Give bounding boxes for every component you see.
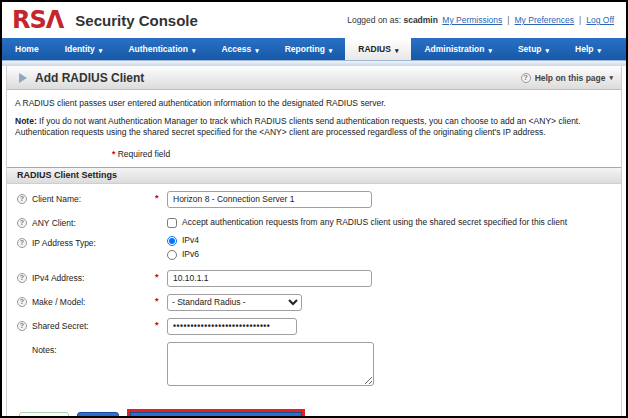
make-model-select[interactable]: - Standard Radius - [167,294,302,311]
chevron-down-icon: ▾ [99,47,103,54]
notes-label: Notes: [32,345,57,355]
action-buttons: Cancel Save Save & Create Associated RSA… [7,395,621,418]
link-separator: | [507,15,509,25]
ipv4-radio-label: IPv4 [182,235,199,245]
field-help-icon[interactable]: ? [17,218,27,228]
required-asterisk: * [155,270,167,282]
help-on-this-page-link[interactable]: ? Help on this page ▾ [521,73,613,83]
cancel-button[interactable]: Cancel [19,412,69,418]
session-info: Logged on as: scadmin My Permissions|My … [347,15,616,25]
field-help-icon[interactable]: ? [17,297,27,307]
my-permissions-link[interactable]: My Permissions [442,15,502,25]
form-row-ipv4-address: ?IPv4 Address: * [17,270,613,287]
form-row-client-name: ?Client Name: * [17,191,613,208]
chevron-down-icon: ▾ [598,47,602,54]
any-client-label: ANY Client: [32,218,76,228]
nav-item-reporting[interactable]: Reporting▾ [272,38,346,60]
chevron-down-icon: ▾ [192,47,196,54]
client-name-label: Client Name: [32,194,81,204]
nav-item-identity[interactable]: Identity▾ [52,38,116,60]
help-question-icon: ? [521,73,531,83]
logged-on-label: Logged on as: [347,15,401,25]
nav-item-setup[interactable]: Setup▾ [505,38,562,60]
form-row-make-model: ?Make / Model: * - Standard Radius - [17,294,613,311]
form-row-any-client: ?ANY Client: Accept authentication reque… [17,215,613,228]
link-separator: | [579,15,581,25]
note-label: Note: [15,116,37,126]
field-help-icon[interactable]: ? [17,194,27,204]
client-name-input[interactable] [167,191,372,208]
ipv6-radio[interactable] [167,250,177,260]
required-asterisk: * [155,191,167,203]
product-title: Security Console [75,12,198,29]
field-help-icon[interactable]: ? [17,321,27,331]
required-asterisk: * [112,149,115,159]
chevron-down-icon: ▾ [395,47,399,54]
nav-item-authentication[interactable]: Authentication▾ [115,38,208,60]
section-header-radius-client-settings: RADIUS Client Settings [7,167,621,184]
my-preferences-link[interactable]: My Preferences [515,15,575,25]
radius-client-form: ?Client Name: * ?ANY Client: Accept auth… [7,184,621,388]
main-nav: Home Identity▾ Authentication▾ Access▾ R… [2,38,626,60]
make-model-label: Make / Model: [32,297,85,307]
chevron-down-icon: ▾ [609,74,613,82]
rsa-logo: RSΛ [12,8,63,32]
username: scadmin [403,15,438,25]
nav-item-access[interactable]: Access▾ [208,38,271,60]
nav-item-radius[interactable]: RADIUS▾ [345,38,411,60]
required-field-legend: * Required field [7,139,621,167]
shared-secret-label: Shared Secret: [32,321,89,331]
log-off-link[interactable]: Log Off [586,15,614,25]
any-client-checkbox-label: Accept authentication requests from any … [182,217,567,227]
chevron-down-icon: ▾ [255,47,259,54]
form-row-shared-secret: ?Shared Secret: * [17,318,613,335]
page-title: Add RADIUS Client [35,71,144,85]
page-content: Add RADIUS Client ? Help on this page ▾ … [6,66,622,418]
field-help-icon[interactable]: ? [17,238,27,248]
chevron-down-icon: ▾ [329,47,333,54]
form-row-notes: Notes: [17,342,613,388]
required-asterisk: * [155,318,167,330]
save-button[interactable]: Save [77,412,119,418]
ipv4-address-input[interactable] [167,270,372,287]
shared-secret-input[interactable] [167,318,297,335]
intro-text: A RADIUS client passes user entered auth… [7,90,621,108]
ip-address-type-label: IP Address Type: [32,238,96,248]
page-title-bar: Add RADIUS Client ? Help on this page ▾ [7,66,621,90]
nav-item-home[interactable]: Home [2,38,52,60]
chevron-down-icon: ▾ [546,47,550,54]
masthead: RSΛ Security Console Logged on as: scadm… [2,2,626,38]
ipv4-address-label: IPv4 Address: [32,273,84,283]
nav-item-help[interactable]: Help▾ [562,38,614,60]
notes-textarea[interactable] [167,342,374,386]
app-window: RSΛ Security Console Logged on as: scadm… [0,0,628,418]
ipv4-radio[interactable] [167,236,177,246]
any-client-checkbox[interactable] [167,218,177,228]
section-arrow-icon [19,73,27,83]
save-and-create-agent-button[interactable]: Save & Create Associated RSA Agent [130,412,303,418]
form-row-ip-address-type: ?IP Address Type: IPv4 IPv6 [17,235,613,263]
red-highlight-annotation: Save & Create Associated RSA Agent [127,409,306,418]
ipv6-radio-label: IPv6 [182,249,199,259]
note-text: Note: If you do not want Authentication … [7,108,621,139]
nav-item-administration[interactable]: Administration▾ [411,38,505,60]
required-asterisk: * [155,294,167,306]
field-help-icon[interactable]: ? [17,273,27,283]
chevron-down-icon: ▾ [488,47,492,54]
